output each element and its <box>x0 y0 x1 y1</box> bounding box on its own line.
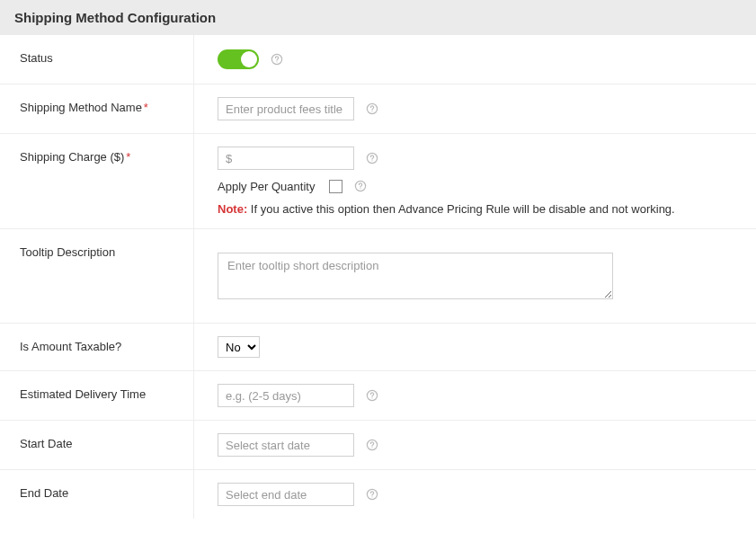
svg-point-5 <box>371 160 372 161</box>
help-icon[interactable] <box>353 179 368 193</box>
taxable-select[interactable]: No <box>218 336 260 358</box>
delivery-time-input[interactable] <box>218 384 354 407</box>
label-status: Status <box>0 35 194 84</box>
label-shipping-charge: Shipping Charge ($)* <box>0 134 194 228</box>
svg-point-1 <box>276 61 277 62</box>
label-delivery-time: Estimated Delivery Time <box>0 371 194 420</box>
row-shipping-charge: Shipping Charge ($)* Apply Per Quantity <box>0 134 756 229</box>
help-icon[interactable] <box>365 151 379 165</box>
shipping-charge-input[interactable] <box>218 147 354 170</box>
label-tooltip: Tooltip Description <box>0 229 194 323</box>
config-header: Shipping Method Configuration <box>0 0 756 35</box>
shipping-name-input[interactable] <box>218 97 354 120</box>
label-shipping-name: Shipping Method Name* <box>0 84 194 133</box>
row-start-date: Start Date <box>0 421 756 470</box>
start-date-input[interactable] <box>218 433 354 457</box>
row-tooltip: Tooltip Description <box>0 229 756 324</box>
apply-per-qty-label: Apply Per Quantity <box>218 180 315 193</box>
svg-point-11 <box>371 447 372 448</box>
charge-note: Note: If you active this option then Adv… <box>218 202 733 216</box>
row-delivery-time: Estimated Delivery Time <box>0 371 756 421</box>
label-taxable: Is Amount Taxable? <box>0 324 194 370</box>
help-icon[interactable] <box>270 52 284 67</box>
label-end-date: End Date <box>0 470 194 519</box>
required-mark: * <box>144 101 148 114</box>
status-toggle[interactable] <box>218 49 259 69</box>
svg-point-9 <box>371 397 372 398</box>
help-icon[interactable] <box>365 438 379 452</box>
label-start-date: Start Date <box>0 421 194 469</box>
help-icon[interactable] <box>365 487 379 502</box>
row-taxable: Is Amount Taxable? No <box>0 324 756 371</box>
svg-point-7 <box>360 188 361 189</box>
config-form: Status Shipping Method Name* <box>0 35 756 519</box>
help-icon[interactable] <box>365 388 379 403</box>
toggle-knob <box>241 51 257 67</box>
row-status: Status <box>0 35 756 84</box>
required-mark: * <box>126 150 130 164</box>
row-end-date: End Date <box>0 470 756 519</box>
row-shipping-name: Shipping Method Name* <box>0 84 756 134</box>
end-date-input[interactable] <box>218 483 354 506</box>
svg-point-13 <box>371 496 372 497</box>
apply-per-qty-checkbox[interactable] <box>329 180 342 193</box>
tooltip-textarea[interactable] <box>218 253 613 299</box>
help-icon[interactable] <box>365 102 379 116</box>
svg-point-3 <box>371 111 372 111</box>
